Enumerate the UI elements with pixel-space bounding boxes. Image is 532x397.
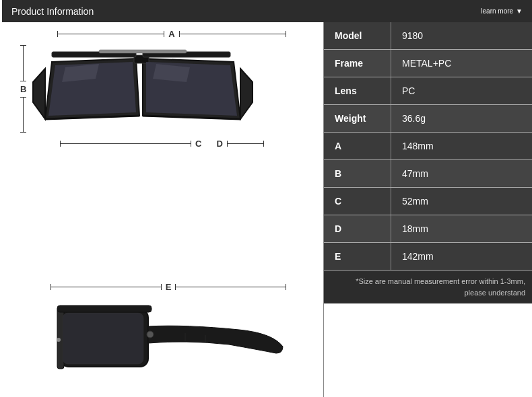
spec-value-c: 52mm [391, 188, 532, 215]
page-title: Product Information [11, 6, 94, 17]
spec-label-b: B [324, 160, 391, 187]
measurement-b-container: B [20, 45, 26, 133]
spec-label-model: Model [324, 22, 391, 49]
measurement-a-line-right [179, 34, 286, 34]
measurement-e-row: E [51, 282, 286, 292]
spec-label-d: D [324, 215, 391, 242]
spec-row-model: Model 9180 [324, 22, 532, 50]
spec-label-lens: Lens [324, 77, 391, 104]
spec-value-b: 47mm [391, 160, 532, 187]
measurement-e-line-right [175, 287, 286, 287]
learn-more-button[interactable]: learn more ▼ [481, 7, 523, 15]
spec-value-frame: METAL+PC [391, 50, 532, 77]
spec-label-a: A [324, 133, 391, 159]
measurement-a-label: A [164, 29, 178, 39]
learn-more-label: learn more [481, 7, 513, 15]
measurement-c-label: C [191, 139, 205, 149]
measurement-a-line-left [57, 34, 164, 34]
measurement-b-label: B [20, 81, 26, 97]
side-view-section: E [13, 282, 317, 390]
svg-rect-5 [99, 50, 187, 53]
spec-row-d: D 18mm [324, 215, 532, 243]
svg-marker-7 [240, 69, 253, 119]
spec-value-lens: PC [391, 77, 532, 104]
spec-table: Model 9180 Frame METAL+PC Lens PC Weight… [324, 22, 532, 303]
spec-label-weight: Weight [324, 105, 391, 132]
measurement-e-line-left [51, 287, 162, 287]
spec-note-line1: *Size are manual measurement error withi… [331, 276, 525, 287]
measurement-d-line [227, 143, 264, 144]
svg-rect-21 [57, 305, 152, 312]
svg-marker-6 [33, 69, 45, 119]
spec-label-c: C [324, 188, 391, 215]
spec-row-b: B 47mm [324, 160, 532, 188]
measurement-b-line-top [23, 45, 24, 81]
left-panel: A B [0, 22, 323, 397]
dropdown-arrow-icon: ▼ [516, 7, 523, 15]
spec-row-c: C 52mm [324, 188, 532, 215]
spec-label-e: E [324, 243, 391, 270]
measurement-b-line-bottom [23, 97, 24, 133]
spec-note-line2: please understand [331, 287, 525, 299]
svg-point-19 [57, 338, 61, 342]
page-wrapper: Product Information learn more ▼ A [0, 0, 532, 397]
spec-value-e: 142mm [391, 243, 532, 270]
right-panel: Model 9180 Frame METAL+PC Lens PC Weight… [323, 22, 532, 397]
sunglasses-side-image [51, 296, 286, 390]
measurement-a-row: A [57, 29, 286, 39]
spec-row-a: A 148mm [324, 133, 532, 160]
measurement-d-label: D [212, 139, 226, 149]
measurement-e-label: E [162, 282, 176, 292]
spec-note: *Size are manual measurement error withi… [324, 270, 532, 303]
spec-row-e: E 142mm [324, 243, 532, 270]
svg-rect-20 [63, 313, 143, 364]
measurement-cd-row: C D [60, 139, 289, 149]
spec-value-weight: 36.6g [391, 105, 532, 132]
header: Product Information learn more ▼ [0, 0, 532, 22]
spec-row-lens: Lens PC [324, 77, 532, 105]
spec-value-d: 18mm [391, 215, 532, 242]
spec-row-frame: Frame METAL+PC [324, 50, 532, 77]
spec-row-weight: Weight 36.6g [324, 105, 532, 133]
measurement-c-line [60, 143, 191, 144]
front-view-section: A B [13, 29, 317, 277]
spec-label-frame: Frame [324, 50, 391, 77]
spec-value-model: 9180 [391, 22, 532, 49]
main-content: A B [0, 22, 532, 397]
spec-value-a: 148mm [391, 133, 532, 159]
sunglasses-front-image [32, 42, 261, 136]
svg-point-16 [147, 331, 154, 338]
front-view-container: B [13, 42, 317, 136]
